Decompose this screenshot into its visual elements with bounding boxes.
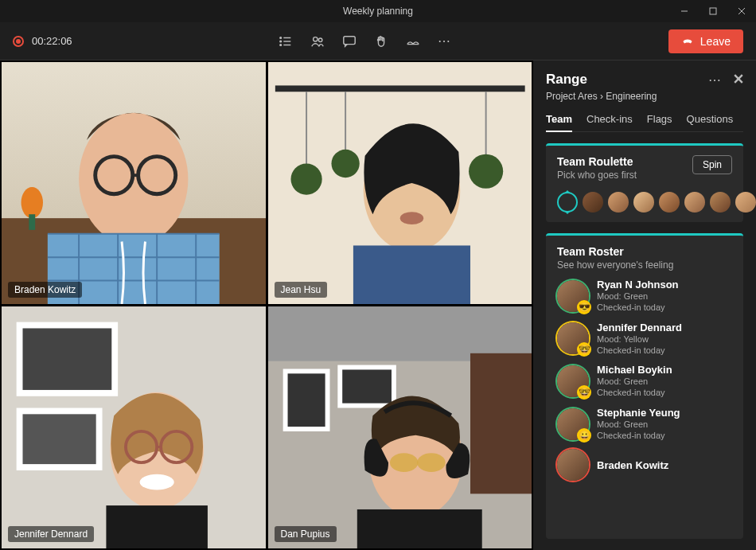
hangup-icon xyxy=(681,35,694,48)
svg-point-26 xyxy=(290,163,321,194)
list-icon[interactable] xyxy=(279,34,293,49)
content-area: Braden Kowitz Jean Hsu xyxy=(0,60,756,550)
team-roster-card: Team Roster See how everyone's feeling 😎… xyxy=(546,233,743,539)
svg-point-10 xyxy=(314,37,318,41)
tab-checkins[interactable]: Check-ins xyxy=(586,113,633,131)
close-button[interactable] xyxy=(727,0,756,22)
avatar: 😎 xyxy=(557,280,589,312)
svg-rect-36 xyxy=(22,328,111,389)
tab-team[interactable]: Team xyxy=(546,113,572,131)
svg-rect-32 xyxy=(353,245,470,304)
mood-emoji-icon: 🤓 xyxy=(577,342,591,357)
roster-name: Jennifer Dennard xyxy=(597,322,682,334)
roster-status: Checked-in today xyxy=(597,430,680,441)
breadcrumb[interactable]: Project Ares › Engineering xyxy=(546,91,743,102)
svg-rect-22 xyxy=(29,214,35,230)
roster-mood: Mood: Green xyxy=(597,291,679,302)
svg-rect-1 xyxy=(710,8,716,14)
range-panel: Range ⋯ Project Ares › Engineering Team … xyxy=(533,60,756,550)
svg-point-28 xyxy=(331,150,359,177)
video-tile[interactable]: Dan Pupius xyxy=(268,306,532,548)
panel-tabs: Team Check-ins Flags Questions xyxy=(546,113,743,132)
roster-status: Checked-in today xyxy=(597,345,682,356)
meeting-timer: 00:22:06 xyxy=(32,35,72,47)
avatar[interactable] xyxy=(735,192,756,213)
svg-point-54 xyxy=(417,453,445,472)
svg-rect-51 xyxy=(470,353,532,494)
roster-title: Team Roster xyxy=(557,245,732,258)
svg-point-6 xyxy=(280,41,282,42)
participant-name: Braden Kowitz xyxy=(8,282,82,298)
roster-status: Checked-in today xyxy=(597,302,679,313)
avatar: 🤓 xyxy=(557,322,589,354)
avatar[interactable] xyxy=(583,192,603,213)
recording-indicator-icon xyxy=(13,36,24,47)
spinner-indicator-icon xyxy=(557,192,578,213)
svg-point-8 xyxy=(280,44,282,45)
panel-title: Range xyxy=(546,72,587,88)
chat-icon[interactable] xyxy=(342,34,357,49)
roster-name: Ryan N Johnson xyxy=(597,279,679,291)
svg-point-43 xyxy=(140,474,174,490)
roster-item[interactable]: Braden Kowitz xyxy=(557,449,732,481)
avatar[interactable] xyxy=(608,192,629,213)
panel-close-icon[interactable] xyxy=(734,72,743,88)
svg-rect-55 xyxy=(357,509,481,548)
more-actions-icon[interactable]: ⋯ xyxy=(438,34,452,49)
roster-status: Checked-in today xyxy=(597,387,672,398)
svg-rect-38 xyxy=(22,414,95,464)
svg-point-33 xyxy=(399,212,423,224)
video-tile[interactable]: Braden Kowitz xyxy=(2,62,266,304)
participant-name: Jean Hsu xyxy=(275,282,328,298)
tab-flags[interactable]: Flags xyxy=(647,113,672,131)
svg-point-21 xyxy=(21,187,43,218)
minimize-button[interactable] xyxy=(670,0,699,22)
avatar: 😀 xyxy=(557,408,589,440)
svg-rect-12 xyxy=(344,36,355,44)
avatar: 🤓 xyxy=(557,365,589,397)
spin-button[interactable]: Spin xyxy=(692,155,732,174)
leave-label: Leave xyxy=(700,35,731,48)
roulette-subtitle: Pick who goes first xyxy=(557,170,637,181)
raise-hand-icon[interactable] xyxy=(374,34,388,49)
roster-name: Michael Boykin xyxy=(597,364,672,376)
roster-mood: Mood: Yellow xyxy=(597,334,682,345)
svg-rect-24 xyxy=(275,85,524,92)
roster-name: Stephanie Yeung xyxy=(597,407,680,419)
avatar xyxy=(557,449,589,481)
video-tile[interactable]: Jean Hsu xyxy=(268,62,532,304)
team-roulette-card: Team Roulette Pick who goes first Spin xyxy=(546,143,743,222)
video-tile[interactable]: Jennifer Dennard xyxy=(2,306,266,548)
roster-item[interactable]: 🤓 Michael Boykin Mood: Green Checked-in … xyxy=(557,364,732,399)
roster-mood: Mood: Green xyxy=(597,419,680,430)
avatar[interactable] xyxy=(633,192,654,213)
svg-rect-50 xyxy=(342,369,392,403)
meeting-toolbar: 00:22:06 ⋯ Leave xyxy=(0,22,756,60)
people-icon[interactable] xyxy=(310,34,325,49)
avatar[interactable] xyxy=(710,192,731,213)
svg-rect-48 xyxy=(287,373,325,427)
mood-emoji-icon: 😎 xyxy=(577,300,591,314)
mood-emoji-icon: 🤓 xyxy=(577,385,591,400)
avatar[interactable] xyxy=(684,192,705,213)
svg-point-30 xyxy=(469,154,503,189)
roulette-avatars xyxy=(557,192,732,213)
svg-point-11 xyxy=(319,37,323,41)
svg-point-53 xyxy=(390,453,418,472)
maximize-button[interactable] xyxy=(699,0,727,22)
roster-subtitle: See how everyone's feeling xyxy=(557,259,732,271)
avatar[interactable] xyxy=(659,192,680,213)
tab-questions[interactable]: Questions xyxy=(687,113,734,131)
roster-name: Braden Kowitz xyxy=(597,459,668,471)
svg-point-4 xyxy=(280,37,282,38)
roster-item[interactable]: 😀 Stephanie Yeung Mood: Green Checked-in… xyxy=(557,407,732,442)
title-bar: Weekly planning xyxy=(0,0,756,22)
roster-item[interactable]: 🤓 Jennifer Dennard Mood: Yellow Checked-… xyxy=(557,322,732,357)
rooms-icon[interactable] xyxy=(406,34,420,49)
leave-button[interactable]: Leave xyxy=(668,29,743,53)
svg-rect-44 xyxy=(106,505,207,548)
roster-mood: Mood: Green xyxy=(597,376,672,387)
panel-more-icon[interactable]: ⋯ xyxy=(708,72,723,88)
roster-item[interactable]: 😎 Ryan N Johnson Mood: Green Checked-in … xyxy=(557,279,732,314)
roulette-title: Team Roulette xyxy=(557,155,637,168)
